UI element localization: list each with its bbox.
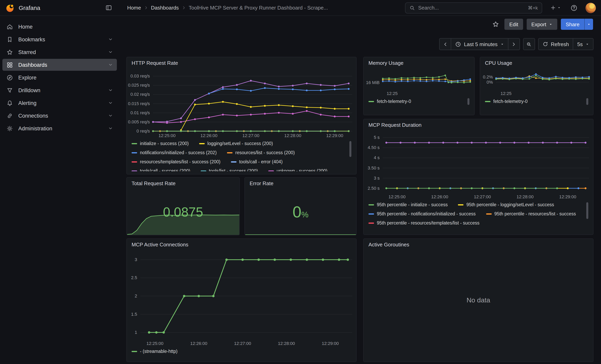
legend-swatch [369, 213, 374, 214]
breadcrumb-item[interactable]: Dashboards [151, 5, 179, 11]
http-request-rate-chart[interactable]: 0 req/s0.005 req/s0.01 req/s0.015 req/s0… [127, 68, 356, 139]
panel-title[interactable]: HTTP Request Rate [127, 57, 356, 68]
legend-label: initialize - success (200) [140, 141, 189, 146]
sidebar-toggle-button[interactable] [104, 3, 114, 13]
time-forward-button[interactable] [508, 38, 520, 50]
legend-item[interactable]: 95th percentile - logging/setLevel - suc… [458, 201, 554, 208]
legend-scrollbar[interactable] [467, 98, 470, 105]
sidebar-item-administration[interactable]: Administration [2, 122, 117, 134]
share-split-button: Share [561, 19, 593, 30]
legend-item[interactable]: 95th percentile - resources/templates/li… [369, 220, 479, 226]
help-button[interactable] [569, 3, 579, 13]
mcp-request-duration-chart[interactable]: 2.50 s3 s3.50 s4 s4.50 s5 s12:25:0012:26… [364, 129, 593, 200]
legend-item[interactable]: - (streamable-http) [131, 348, 178, 354]
svg-text:12:29:00: 12:29:00 [322, 341, 339, 346]
chart-canvas: 2.50 s3 s3.50 s4 s4.50 s5 s12:25:0012:26… [364, 129, 593, 200]
sidebar-item-drilldown[interactable]: Drilldown [2, 84, 117, 96]
sidebar-item-label: Home [18, 24, 33, 30]
legend-label: 95th percentile - initialize - success [377, 202, 448, 207]
svg-text:12:27:00: 12:27:00 [242, 133, 259, 138]
svg-text:0.2%: 0.2% [483, 75, 493, 79]
legend-swatch [200, 170, 206, 171]
legend-label: 95th percentile - logging/setLevel - suc… [466, 202, 554, 207]
chevron-down-icon[interactable] [108, 62, 113, 67]
brand-area: Grafana [0, 3, 119, 13]
user-avatar[interactable] [585, 3, 596, 13]
share-button-label: Share [566, 21, 580, 27]
share-menu-button[interactable] [584, 19, 593, 30]
edit-button[interactable]: Edit [505, 19, 523, 30]
legend-item[interactable]: fetch-telemetry-0 [369, 98, 411, 105]
legend-item[interactable]: 95th percentile - initialize - success [369, 201, 448, 208]
legend-item[interactable]: resources/list - success (200) [227, 149, 295, 156]
legend-scrollbar[interactable] [349, 141, 351, 157]
sidebar-item-alerting[interactable]: Alerting [2, 97, 117, 109]
chevron-down-icon[interactable] [108, 88, 113, 93]
refresh-interval-label: 5s [577, 41, 583, 47]
panel-title[interactable]: MCP Active Connections [127, 239, 356, 249]
cpu-usage-chart[interactable]: 0.2%0%12:25 [480, 68, 593, 97]
time-back-button[interactable] [439, 38, 451, 50]
panel-active-goroutines: Active Goroutines No data [363, 238, 593, 362]
stat-value: 0.0875 [127, 205, 239, 220]
sidebar-item-dashboards[interactable]: Dashboards [2, 59, 117, 71]
legend-item[interactable]: unknown - success (200) [268, 168, 328, 171]
sidebar-item-label: Starred [18, 49, 36, 55]
chevron-down-icon[interactable] [108, 126, 113, 131]
legend-item[interactable]: tools/list - success (200) [200, 168, 258, 171]
legend-item[interactable]: logging/setLevel - success (200) [199, 140, 273, 147]
grafana-logo[interactable] [5, 3, 15, 12]
chevron-down-icon[interactable] [108, 50, 113, 54]
panel-left-icon [105, 4, 112, 11]
refresh-button[interactable]: Refresh [538, 38, 573, 50]
time-range-button[interactable]: Last 5 minutes [451, 38, 508, 50]
sidebar-item-bookmarks[interactable]: Bookmarks [2, 33, 117, 45]
mcp-active-connections-chart[interactable]: 11.522.5312:25:0012:26:0012:27:0012:28:0… [127, 249, 356, 347]
legend-scrollbar[interactable] [586, 98, 588, 105]
breadcrumb: HomeDashboardsToolHive MCP Server & Prox… [127, 5, 328, 11]
legend-item[interactable]: 95th percentile - notifications/initiali… [369, 211, 476, 217]
search-input[interactable] [418, 5, 525, 11]
legend-item[interactable]: initialize - success (200) [131, 140, 189, 147]
sidebar-item-starred[interactable]: Starred [2, 46, 117, 58]
legend-label: tools/call - success (200) [140, 168, 190, 171]
panel-title[interactable]: CPU Usage [480, 57, 593, 68]
chevron-down-icon[interactable] [108, 100, 113, 105]
sidebar-item-label: Alerting [18, 100, 37, 106]
memory-usage-chart[interactable]: 16 MiB12:25 [364, 68, 474, 97]
sidebar-item-connections[interactable]: Connections [2, 110, 117, 122]
add-button[interactable] [549, 3, 562, 12]
legend-item[interactable]: tools/call - error (404) [231, 158, 283, 165]
favorite-button[interactable] [491, 19, 501, 30]
sidebar-item-explore[interactable]: Explore [2, 71, 117, 83]
zoom-out-button[interactable] [523, 38, 535, 50]
search-box[interactable]: ⌘+k [405, 2, 542, 13]
refresh-interval-button[interactable]: 5s [573, 38, 593, 50]
panel-title[interactable]: Memory Usage [364, 57, 474, 68]
panel-title[interactable]: Error Rate [245, 178, 356, 188]
export-button[interactable]: Export [526, 19, 557, 30]
chevron-down-icon[interactable] [108, 37, 113, 42]
svg-text:3: 3 [135, 257, 137, 262]
chart-legend: fetch-telemetry-0 [485, 98, 588, 105]
star-icon [492, 21, 500, 28]
breadcrumb-item[interactable]: Home [127, 5, 141, 11]
svg-text:12:25: 12:25 [501, 91, 511, 96]
sidebar-item-home[interactable]: Home [2, 21, 117, 33]
legend-item[interactable]: notifications/initialized - success (202… [131, 149, 217, 156]
legend-swatch [131, 351, 137, 352]
chevron-down-icon[interactable] [108, 113, 113, 118]
legend-item[interactable]: 95th percentile - resources/list - succe… [486, 211, 576, 217]
panel-title[interactable]: MCP Request Duration [364, 119, 593, 129]
brand-name: Grafana [19, 4, 40, 11]
svg-text:12:25:00: 12:25:00 [389, 194, 406, 199]
share-button[interactable]: Share [561, 19, 584, 30]
panel-title[interactable]: Total Request Rate [127, 178, 239, 188]
legend-scrollbar[interactable] [586, 202, 588, 219]
legend-item[interactable]: tools/call - success (200) [131, 168, 190, 171]
legend-swatch [131, 143, 137, 144]
legend-item[interactable]: fetch-telemetry-0 [485, 98, 528, 105]
panel-cpu-usage: CPU Usage 0.2%0%12:25 fetch-telemetry-0 [480, 57, 593, 115]
sidebar-item-label: Connections [18, 113, 48, 119]
legend-item[interactable]: resources/templates/list - success (200) [131, 158, 220, 165]
